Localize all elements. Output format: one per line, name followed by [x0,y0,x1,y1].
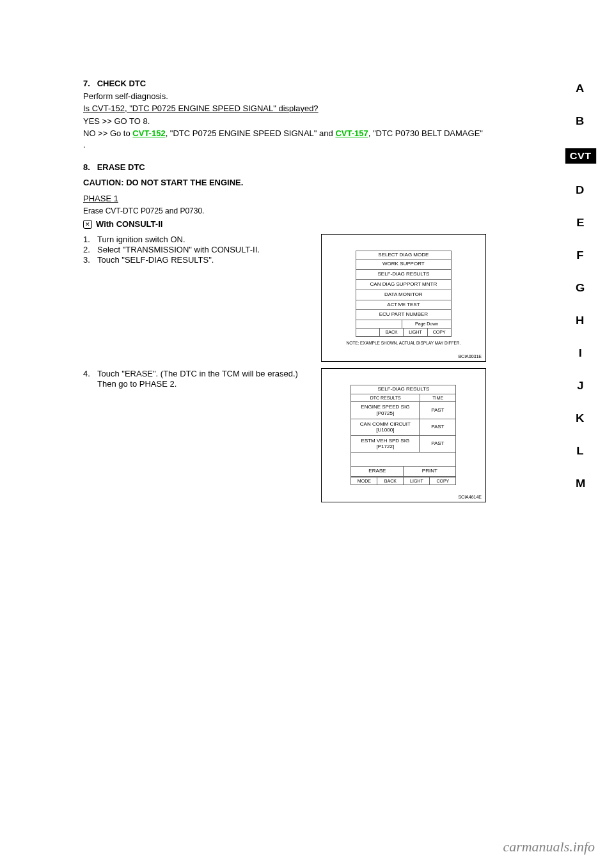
phase1-steps-b: 4.Touch "ERASE". (The DTC in the TCM wil… [83,368,321,502]
nav-tab-m[interactable]: M [576,478,586,490]
step-7-title: CHECK DTC [97,79,146,88]
fig-a-id: BCIA0031E [458,354,482,359]
dtc-row: ESTM VEH SPD SIG[P1722]PAST [351,436,455,453]
nav-tab-e[interactable]: E [576,217,585,229]
print-btn[interactable]: PRINT [404,467,455,476]
step-8-title: ERASE DTC [97,162,145,172]
link-cvt-152[interactable]: CVT-152 [132,128,165,138]
step-7-header: 7. CHECK DTC [83,78,486,89]
nav-tab-a[interactable]: A [576,83,585,95]
screen-btn[interactable]: LIGHT [404,329,427,336]
screen-btn[interactable]: LIGHT [404,477,430,485]
step-7-question: Is CVT-152, "DTC P0725 ENGINE SPEED SIGN… [83,103,486,114]
link-cvt-157[interactable]: CVT-157 [335,128,368,138]
figure-block-a: 1.Turn ignition switch ON.2.Select "TRAN… [83,234,486,362]
col-time: TIME [420,394,455,402]
step-7-block: 7. CHECK DTC Perform self-diagnosis. Is … [83,78,486,230]
self-diag-title: SELF-DIAG RESULTS [351,385,455,394]
figure-b: SELF-DIAG RESULTS DTC RESULTS TIME ENGIN… [321,368,486,502]
caution-line: CAUTION: DO NOT START THE ENGINE. [83,177,486,189]
diag-mode-item[interactable]: DATA MONITOR [356,290,451,300]
step-line: 3.Touch "SELF-DIAG RESULTS". [83,255,321,265]
nav-tab-h[interactable]: H [576,315,585,327]
main-content: 7. CHECK DTC Perform self-diagnosis. Is … [83,78,486,502]
page-down-btn[interactable]: Page Down [402,320,451,328]
diag-mode-item[interactable]: ECU PART NUMBER [356,310,451,320]
diag-mode-title: SELECT DIAG MODE [356,251,451,260]
diag-mode-item[interactable]: ACTIVE TEST [356,300,451,311]
dtc-row: ENGINE SPEED SIG[P0725]PAST [351,402,455,419]
erase-btn[interactable]: ERASE [351,467,404,476]
step-7-num: 7. [83,78,95,89]
step-7-yes: YES >> GO TO 8. [83,116,486,127]
with-consult: ✕ With CONSULT-II [83,219,486,230]
step-8-num: 8. [83,162,95,173]
diag-mode-item[interactable]: WORK SUPPORT [356,260,451,270]
nav-tab-g[interactable]: G [576,283,585,294]
nav-tab-d[interactable]: D [576,185,585,196]
nav-tab-i[interactable]: I [579,348,583,359]
col-dtc: DTC RESULTS [351,394,420,402]
goto-line: Then go to PHASE 2. [83,379,321,389]
step-7-body: Perform self-diagnosis. [83,91,486,102]
nav-tab-b[interactable]: B [576,116,585,127]
step-line: 2.Select "TRANSMISSION" with CONSULT-II. [83,245,321,254]
dtc-row: CAN COMM CIRCUIT[U1000]PAST [351,419,455,436]
nav-tab-cvt[interactable]: CVT [565,148,596,164]
step-7-no: NO >> Go to CVT-152, "DTC P0725 ENGINE S… [83,128,486,150]
side-nav: ABCVTDEFGHIJKLM [566,83,595,490]
screen-btn[interactable]: BACK [380,329,404,336]
nav-tab-k[interactable]: K [576,413,585,424]
screen-btn[interactable]: BACK [377,477,404,485]
screen-btn[interactable]: COPY [430,477,455,485]
screen-btn[interactable]: MODE [351,477,377,485]
consult-icon: ✕ [83,220,92,229]
diag-mode-screen: SELECT DIAG MODE WORK SUPPORTSELF-DIAG R… [356,251,452,337]
watermark: carmanuals.info [503,839,595,855]
screen-btn[interactable]: COPY [428,329,451,336]
screen-btn [356,329,380,336]
phase1-steps-a: 1.Turn ignition switch ON.2.Select "TRAN… [83,234,321,362]
nav-tab-l[interactable]: L [577,446,585,457]
nav-tab-j[interactable]: J [577,380,584,392]
fig-a-note: NOTE: EXAMPLE SHOWN. ACTUAL DISPLAY MAY … [346,341,460,345]
fig-b-id: SCIA4614E [458,495,482,499]
step-8-header: 8. ERASE DTC [83,162,486,173]
figure-a: SELECT DIAG MODE WORK SUPPORTSELF-DIAG R… [321,234,486,362]
step-line: 4.Touch "ERASE". (The DTC in the TCM wil… [83,369,321,378]
phase1-sub: Erase CVT-DTC P0725 and P0730. [83,206,486,216]
diag-mode-item[interactable]: CAN DIAG SUPPORT MNTR [356,280,451,290]
figure-block-b: 4.Touch "ERASE". (The DTC in the TCM wil… [83,368,486,502]
self-diag-screen: SELF-DIAG RESULTS DTC RESULTS TIME ENGIN… [350,385,456,486]
nav-tab-f[interactable]: F [577,250,585,261]
phase1-header: PHASE 1 [83,193,486,205]
diag-mode-item[interactable]: SELF-DIAG RESULTS [356,270,451,280]
step-line: 1.Turn ignition switch ON. [83,235,321,244]
